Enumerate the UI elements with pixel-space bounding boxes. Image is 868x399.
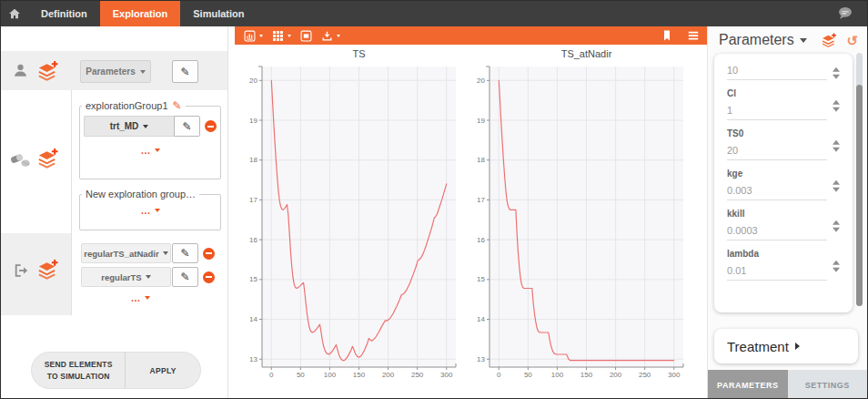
add-treatment-element-icon[interactable] [36, 147, 59, 169]
svg-text:100: 100 [551, 371, 564, 379]
more-dots: … [141, 145, 151, 156]
treatment-section-toggle[interactable]: Treatment [714, 329, 858, 363]
spinner-down-icon[interactable] [833, 227, 840, 231]
parameter-label: kge [727, 169, 840, 179]
comment-icon[interactable] [836, 5, 854, 22]
edit-treatment-element-button[interactable]: ✎ [174, 116, 200, 137]
treatment-element-dropdown[interactable]: trt_MD [84, 116, 174, 137]
home-icon [7, 6, 22, 21]
spinner-up-icon[interactable] [833, 66, 840, 71]
ts-chart-plot: 1314151617181920050100150200250300 [239, 63, 465, 380]
parameters-dropdown[interactable]: Parameters [80, 60, 151, 83]
spinner-up-icon[interactable] [833, 260, 840, 264]
scrollbar-thumb[interactable] [856, 85, 863, 306]
edit-parameters-button[interactable]: ✎ [172, 60, 198, 83]
new-group-title: New exploration group… [86, 189, 196, 200]
chart-grid-layout-menu[interactable] [272, 30, 291, 42]
spinner-up-icon[interactable] [833, 220, 840, 224]
spinner-down-icon[interactable] [833, 74, 840, 78]
add-output-element-icon[interactable] [36, 258, 59, 281]
svg-text:19: 19 [477, 117, 485, 125]
app-window: Definition Exploration Simulation Parame… [0, 0, 868, 399]
tab-simulation[interactable]: Simulation [180, 1, 257, 26]
add-parameter-element-icon[interactable] [36, 59, 59, 82]
more-dots: … [131, 292, 141, 303]
remove-output-icon[interactable] [203, 271, 215, 283]
group-more-dropdown[interactable]: … [80, 145, 220, 156]
parameter-input[interactable]: 0.0003 [727, 223, 827, 240]
chart-title: TS [262, 48, 456, 63]
chevron-down-icon [155, 148, 160, 152]
tab-parameters[interactable]: PARAMETERS [708, 370, 788, 399]
new-group-more-dropdown[interactable]: … [80, 205, 220, 216]
add-parameters-icon[interactable] [821, 32, 837, 48]
output-element-label: regularTS [101, 272, 141, 282]
export-menu[interactable] [321, 30, 340, 42]
bookmark-icon[interactable] [661, 29, 672, 42]
spinner-down-icon[interactable] [833, 267, 840, 271]
remove-output-icon[interactable] [203, 248, 215, 260]
tab-settings[interactable]: SETTINGS [788, 370, 868, 399]
ts-atnadir-chart-plot: 1314151617181920050100150200250300 [467, 63, 692, 380]
svg-text:150: 150 [580, 371, 593, 379]
chevron-down-icon [163, 251, 168, 255]
output-more-dropdown[interactable]: … [81, 292, 199, 303]
spinner-up-icon[interactable] [833, 179, 840, 184]
parameter-input[interactable]: 0.01 [727, 263, 827, 281]
single-view-button[interactable] [300, 30, 312, 42]
svg-text:16: 16 [477, 236, 485, 244]
edit-output-button[interactable]: ✎ [172, 267, 198, 287]
output-element-dropdown[interactable]: regularTS [81, 267, 171, 287]
send-elements-button[interactable]: SEND ELEMENTS TO SIMULATION [32, 353, 126, 388]
apply-button[interactable]: APPLY [126, 353, 200, 388]
spinner-up-icon[interactable] [833, 139, 840, 144]
chevron-down-icon [155, 209, 160, 212]
chevron-down-icon [145, 296, 150, 300]
output-element-dropdown[interactable]: regularTS_atNadir [81, 243, 171, 263]
svg-text:19: 19 [249, 117, 257, 125]
parameters-section-title: Parameters [719, 32, 794, 48]
chevron-down-icon [143, 125, 148, 128]
svg-text:13: 13 [477, 355, 485, 363]
svg-text:20: 20 [249, 77, 257, 85]
parameter-input[interactable]: 1 [727, 103, 827, 120]
svg-text:18: 18 [249, 156, 257, 164]
svg-text:15: 15 [249, 275, 257, 283]
treatment-element-label: trt_MD [110, 121, 139, 131]
edit-output-button[interactable]: ✎ [172, 243, 198, 263]
parameters-dropdown-label: Parameters [86, 66, 135, 77]
tab-definition[interactable]: Definition [28, 1, 100, 26]
svg-text:300: 300 [440, 371, 453, 379]
download-icon [321, 30, 333, 42]
svg-text:18: 18 [477, 156, 485, 164]
more-dots: … [141, 205, 151, 216]
spinner-down-icon[interactable] [833, 147, 840, 151]
parameters-section-toggle[interactable]: Parameters [719, 32, 807, 48]
parameter-label: Cl [727, 88, 840, 99]
parameter-input[interactable]: 0.003 [727, 183, 827, 200]
rename-group-icon[interactable]: ✎ [173, 99, 182, 112]
tab-exploration[interactable]: Exploration [100, 1, 181, 26]
home-button[interactable] [1, 1, 28, 26]
chevron-down-icon [140, 70, 146, 74]
parameter-input[interactable]: 10 [727, 63, 827, 80]
menu-icon[interactable] [687, 30, 700, 41]
chevron-down-icon [800, 38, 807, 43]
svg-text:300: 300 [668, 371, 681, 379]
reset-icon[interactable]: ↺ [846, 34, 858, 47]
svg-text:0: 0 [497, 371, 501, 379]
parameters-card: 10 Cl 1 TS0 20 kge 0.003 kkill 0.0003 [714, 54, 853, 312]
pencil-icon: ✎ [180, 271, 189, 283]
chart-panel-ts-atnadir: TS_atNadir 13141516171819200501001502002… [467, 48, 692, 384]
output-element-label: regularTS_atNadir [84, 249, 158, 259]
single-view-icon [300, 30, 312, 42]
chart-panel-ts: TS 1314151617181920050100150200250300 [239, 48, 465, 384]
grid-layout-icon [272, 30, 284, 42]
spinner-down-icon[interactable] [833, 107, 840, 111]
parameter-input[interactable]: 20 [727, 143, 827, 160]
remove-treatment-element-icon[interactable] [205, 120, 217, 132]
spinner-up-icon[interactable] [833, 99, 840, 104]
svg-text:17: 17 [249, 196, 257, 204]
spinner-down-icon[interactable] [833, 187, 840, 191]
chart-type-menu[interactable] [244, 30, 263, 42]
